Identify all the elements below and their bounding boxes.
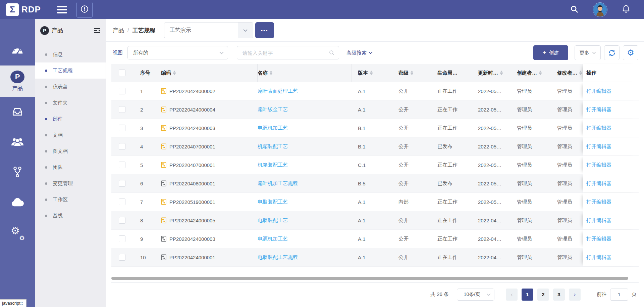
sort-icon[interactable] — [270, 71, 272, 75]
row-name-link[interactable]: 扇叶表面处理工艺 — [258, 88, 298, 94]
open-editor-link[interactable]: 打开编辑器 — [586, 162, 611, 168]
sidebar-item-baseline[interactable]: 基线 — [35, 208, 106, 224]
sort-icon[interactable] — [500, 71, 503, 75]
sidebar-item-folder[interactable]: 文件夹 — [35, 95, 106, 111]
sidebar-collapse-icon[interactable] — [94, 28, 101, 34]
table-row[interactable]: 4 PP20220407000001 机箱装配工艺 B.1 公开 已发布 202… — [111, 137, 639, 156]
prev-page-button[interactable]: ‹ — [506, 289, 518, 301]
col-header-creator[interactable]: 创建者… — [514, 64, 555, 82]
more-actions-button[interactable]: ••• — [255, 22, 274, 38]
row-checkbox[interactable] — [119, 125, 125, 131]
row-name-link[interactable]: 机箱装配工艺 — [258, 162, 288, 168]
page-button-1[interactable]: 1 — [522, 289, 533, 301]
keyword-search-input[interactable] — [237, 50, 329, 56]
scrollbar-thumb[interactable] — [111, 277, 628, 280]
sidebar-item-process-plan[interactable]: 工艺规程 — [35, 62, 106, 79]
row-name-link[interactable]: 电脑装配工艺 — [258, 199, 288, 205]
page-button-2[interactable]: 2 — [537, 289, 549, 301]
notifications-bell-icon[interactable] — [622, 4, 631, 15]
table-row[interactable]: 1 PP20220424000002 扇叶表面处理工艺 A.1 公开 正在工作 … — [111, 82, 639, 100]
row-name-link[interactable]: 电源机加工艺 — [258, 236, 288, 242]
row-name-link[interactable]: 扇叶机加工艺规程 — [258, 180, 298, 187]
context-select[interactable]: 工艺演示 — [164, 22, 253, 38]
sidebar-item-workspace[interactable]: 工作区 — [35, 191, 106, 208]
rail-item-inbox[interactable] — [0, 97, 35, 127]
row-checkbox[interactable] — [119, 106, 125, 113]
col-header-code[interactable]: 编码 — [161, 64, 258, 82]
row-name-link[interactable]: 电脑装配工艺规程 — [258, 254, 298, 261]
more-dropdown-button[interactable]: 更多 — [575, 45, 601, 60]
advanced-search-toggle[interactable]: 高级搜索 — [346, 50, 373, 56]
open-editor-link[interactable]: 打开编辑器 — [586, 143, 611, 150]
open-editor-link[interactable]: 打开编辑器 — [586, 236, 611, 242]
row-checkbox[interactable] — [119, 217, 125, 224]
col-header-name[interactable]: 名称 — [258, 64, 352, 82]
sort-icon[interactable] — [539, 71, 542, 75]
sidebar-item-team[interactable]: 团队 — [35, 159, 106, 175]
app-logo[interactable]: Σ RDP — [0, 3, 50, 16]
horizontal-scrollbar[interactable] — [111, 277, 639, 280]
rail-item-branch[interactable] — [0, 158, 35, 188]
open-editor-link[interactable]: 打开编辑器 — [586, 217, 611, 224]
col-header-lifecycle[interactable]: 生命周… — [432, 64, 473, 82]
sidebar-item-change-mgmt[interactable]: 变更管理 — [35, 175, 106, 191]
goto-page-input[interactable] — [610, 289, 628, 301]
table-row[interactable]: 3 PP20220424000003 电源机加工艺 B.1 公开 正在工作 20… — [111, 119, 639, 137]
rail-item-product[interactable]: P 产品 — [0, 65, 35, 97]
col-header-index[interactable]: 序号 — [136, 64, 161, 82]
col-header-version[interactable]: 版本 — [352, 64, 393, 82]
row-checkbox[interactable] — [119, 180, 125, 187]
sort-icon[interactable] — [411, 71, 413, 75]
create-button[interactable]: + 创建 — [533, 45, 568, 60]
row-name-link[interactable]: 电脑装配工艺 — [258, 217, 288, 224]
rail-item-dashboard[interactable] — [0, 35, 35, 65]
column-settings-button[interactable]: ⚙ — [623, 45, 638, 60]
row-checkbox[interactable] — [119, 254, 125, 261]
open-editor-link[interactable]: 打开编辑器 — [586, 254, 611, 261]
open-editor-link[interactable]: 打开编辑器 — [586, 199, 611, 205]
select-all-checkbox[interactable] — [119, 70, 125, 76]
open-editor-link[interactable]: 打开编辑器 — [586, 180, 611, 187]
rail-item-settings[interactable]: ⚙⚙ — [0, 218, 35, 248]
row-checkbox[interactable] — [119, 143, 125, 150]
col-header-updated[interactable]: 更新时… — [473, 64, 514, 82]
col-header-secrecy[interactable]: 密级 — [393, 64, 432, 82]
sidebar-item-document[interactable]: 文档 — [35, 127, 106, 143]
view-select[interactable]: 所有的 — [127, 46, 228, 59]
table-row[interactable]: 5 PP20220407000001 机箱装配工艺 C.1 公开 正在工作 20… — [111, 156, 639, 174]
row-checkbox[interactable] — [119, 162, 125, 168]
search-icon[interactable] — [570, 5, 579, 15]
table-row[interactable]: 10 PP20220424000001 电脑装配工艺规程 A.1 公开 正在工作… — [111, 248, 639, 267]
rail-item-team[interactable] — [0, 127, 35, 158]
open-editor-link[interactable]: 打开编辑器 — [586, 125, 611, 131]
open-editor-link[interactable]: 打开编辑器 — [586, 106, 611, 113]
sort-icon[interactable] — [579, 71, 582, 75]
user-avatar[interactable] — [593, 2, 607, 17]
hamburger-menu-icon[interactable] — [57, 6, 67, 13]
row-name-link[interactable]: 机箱装配工艺 — [258, 143, 288, 150]
breadcrumb-parent[interactable]: 产品 — [113, 27, 124, 34]
row-checkbox[interactable] — [119, 88, 125, 94]
sidebar-item-info[interactable]: 信息 — [35, 46, 106, 62]
table-row[interactable]: 6 PP20220408000001 扇叶机加工艺规程 B.5 公开 已发布 2… — [111, 174, 639, 193]
row-name-link[interactable]: 电源机加工艺 — [258, 125, 288, 131]
table-row[interactable]: 9 PP20220424000003 电源机加工艺 A.1 公开 正在工作 20… — [111, 230, 639, 248]
sidebar-item-parts[interactable]: 部件 — [35, 111, 106, 127]
row-checkbox[interactable] — [119, 199, 125, 205]
open-editor-link[interactable]: 打开编辑器 — [586, 88, 611, 94]
sidebar-item-dashboard[interactable]: 仪表盘 — [35, 79, 106, 95]
table-row[interactable]: 7 PP20220519000001 电脑装配工艺 A.1 内部 正在工作 20… — [111, 193, 639, 211]
sort-icon[interactable] — [173, 71, 176, 75]
row-name-link[interactable]: 扇叶钣金工艺 — [258, 106, 288, 113]
page-button-3[interactable]: 3 — [553, 289, 565, 301]
sort-icon[interactable] — [370, 71, 373, 75]
table-row[interactable]: 2 PP20220424000004 扇叶钣金工艺 A.1 公开 正在工作 20… — [111, 100, 639, 119]
info-button[interactable] — [76, 2, 93, 18]
row-checkbox[interactable] — [119, 235, 125, 242]
sidebar-item-drawing[interactable]: 图文档 — [35, 143, 106, 159]
refresh-button[interactable] — [604, 45, 620, 60]
next-page-button[interactable]: › — [569, 289, 581, 301]
col-header-modifier[interactable]: 修改者… — [555, 64, 583, 82]
rail-item-cloud[interactable] — [0, 188, 35, 218]
table-row[interactable]: 8 PP20220424000005 电脑装配工艺 A.1 公开 正在工作 20… — [111, 211, 639, 230]
